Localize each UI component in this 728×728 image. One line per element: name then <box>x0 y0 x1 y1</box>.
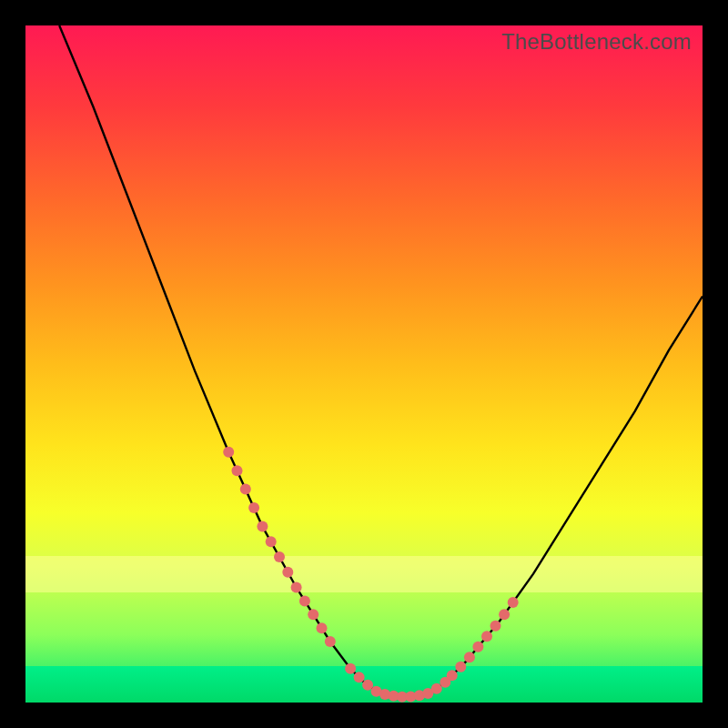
highlight-dot <box>317 622 328 633</box>
highlight-dot <box>472 642 483 652</box>
chart-frame: TheBottleneck.com <box>0 0 728 728</box>
highlight-dot <box>240 484 251 495</box>
highlight-dot <box>499 609 510 620</box>
highlight-dot <box>431 683 442 694</box>
highlight-dot <box>490 621 501 632</box>
highlight-dot <box>325 636 336 647</box>
highlight-dot <box>223 447 234 458</box>
highlight-dot <box>266 536 277 547</box>
highlight-dot <box>291 582 302 593</box>
highlight-dot <box>299 595 310 606</box>
highlight-dot <box>354 672 365 682</box>
bottleneck-curve-path <box>59 25 703 697</box>
highlight-dot <box>508 597 519 608</box>
highlight-dot <box>248 502 259 513</box>
curve-svg <box>25 25 703 703</box>
highlight-dot <box>464 652 475 662</box>
highlight-dot <box>481 631 492 642</box>
highlight-dot <box>282 567 293 578</box>
watermark-text: TheBottleneck.com <box>501 29 692 55</box>
highlight-dot <box>257 521 268 532</box>
highlight-dot <box>308 609 318 620</box>
highlight-dot <box>232 465 243 476</box>
highlight-dot <box>274 551 285 562</box>
highlight-dot <box>455 662 466 672</box>
highlight-dot <box>345 663 356 674</box>
plot-area: TheBottleneck.com <box>25 25 703 703</box>
highlight-dot <box>447 670 458 681</box>
highlight-dots <box>223 447 519 703</box>
